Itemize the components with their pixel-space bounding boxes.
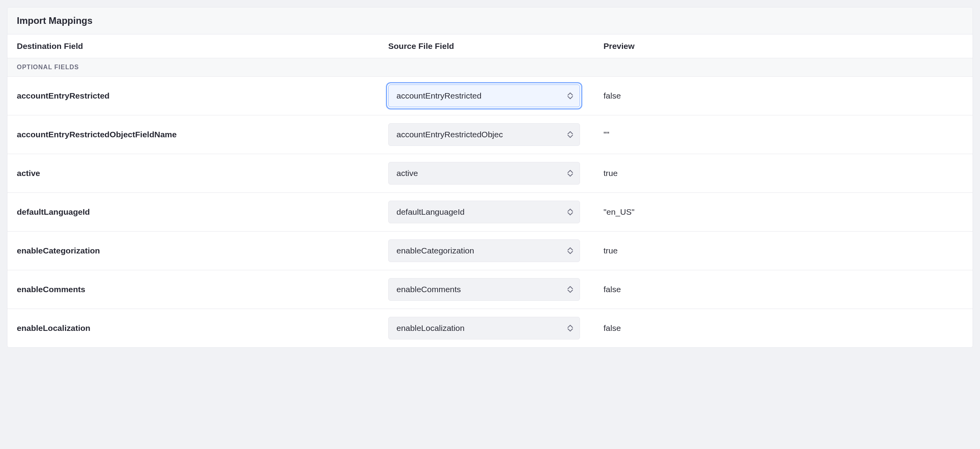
preview-value: false (603, 323, 963, 333)
mapping-row: enableComments enableComments false (7, 270, 973, 309)
source-field-select[interactable]: enableComments (388, 278, 580, 301)
preview-value: false (603, 91, 963, 101)
preview-value: "" (603, 130, 963, 139)
destination-field-label: enableCategorization (17, 246, 377, 255)
preview-value: false (603, 285, 963, 294)
source-field-select[interactable]: defaultLanguageId (388, 201, 580, 223)
mapping-row: defaultLanguageId defaultLanguageId "en_… (7, 193, 973, 232)
section-label-optional: OPTIONAL FIELDS (7, 58, 973, 77)
mapping-row: accountEntryRestrictedObjectFieldName ac… (7, 115, 973, 154)
preview-value: true (603, 246, 963, 255)
source-select-wrap: enableLocalization (388, 317, 580, 339)
mapping-row: enableCategorization enableCategorizatio… (7, 232, 973, 270)
destination-field-label: accountEntryRestricted (17, 91, 377, 101)
mapping-row: accountEntryRestricted accountEntryRestr… (7, 77, 973, 115)
destination-field-label: enableComments (17, 285, 377, 294)
preview-value: "en_US" (603, 207, 963, 217)
source-select-wrap: defaultLanguageId (388, 201, 580, 223)
source-field-select[interactable]: enableLocalization (388, 317, 580, 339)
table-header-row: Destination Field Source File Field Prev… (7, 34, 973, 58)
destination-field-label: accountEntryRestrictedObjectFieldName (17, 130, 377, 139)
column-header-source: Source File Field (388, 41, 592, 51)
source-select-wrap: enableCategorization (388, 239, 580, 262)
column-header-destination: Destination Field (17, 41, 377, 51)
source-field-select[interactable]: active (388, 162, 580, 185)
mapping-row: enableLocalization enableLocalization fa… (7, 309, 973, 347)
destination-field-label: defaultLanguageId (17, 207, 377, 217)
mapping-rows: accountEntryRestricted accountEntryRestr… (7, 77, 973, 347)
source-select-wrap: accountEntryRestricted (388, 84, 580, 107)
source-select-wrap: enableComments (388, 278, 580, 301)
column-header-preview: Preview (603, 41, 963, 51)
card-title: Import Mappings (17, 15, 963, 26)
source-field-select[interactable]: accountEntryRestrictedObjec (388, 123, 580, 146)
card-header: Import Mappings (7, 7, 973, 34)
source-field-select[interactable]: enableCategorization (388, 239, 580, 262)
mapping-row: active active true (7, 154, 973, 193)
source-field-select[interactable]: accountEntryRestricted (388, 84, 580, 107)
destination-field-label: active (17, 169, 377, 178)
destination-field-label: enableLocalization (17, 323, 377, 333)
import-mappings-card: Import Mappings Destination Field Source… (7, 7, 973, 348)
source-select-wrap: active (388, 162, 580, 185)
source-select-wrap: accountEntryRestrictedObjec (388, 123, 580, 146)
preview-value: true (603, 169, 963, 178)
